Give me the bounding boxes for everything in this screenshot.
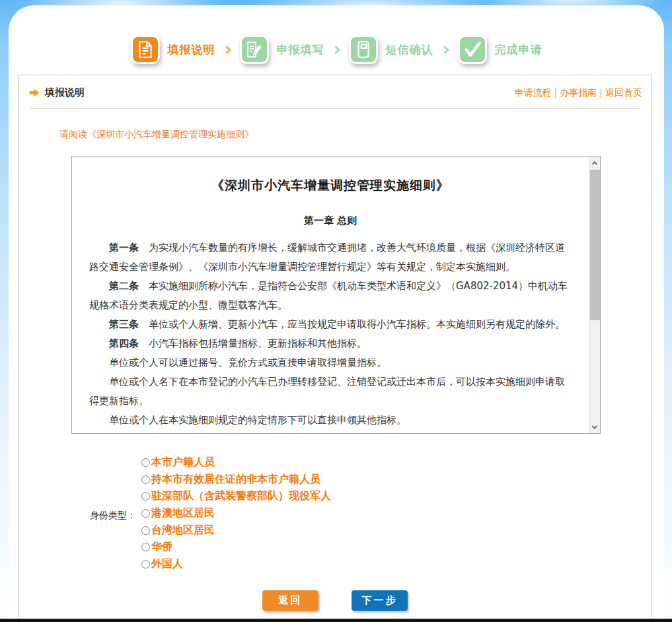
radio-icon[interactable]	[141, 509, 150, 518]
identity-option-4[interactable]: 港澳地区居民	[141, 505, 331, 522]
action-buttons: 返回 下一步	[19, 590, 652, 611]
identity-option-label: 港澳地区居民	[151, 506, 215, 520]
bottom-edge-strip	[0, 619, 672, 622]
document-paragraph: 第一条 为实现小汽车数量的有序增长，缓解城市交通拥堵，改善大气环境质量，根据《深…	[89, 238, 572, 277]
step-fill-instructions: 填报说明	[131, 35, 231, 64]
check-icon	[458, 35, 487, 64]
radio-icon[interactable]	[141, 543, 150, 551]
scroll-down-icon[interactable]	[589, 421, 600, 432]
identity-option-label: 驻深部队（含武装警察部队）现役军人	[151, 489, 331, 503]
document-paragraph: 单位或个人可以通过摇号、竞价方式或直接申请取得增量指标。	[89, 353, 572, 372]
identity-option-3[interactable]: 驻深部队（含武装警察部队）现役军人	[141, 488, 331, 505]
divider	[30, 108, 640, 109]
radio-icon[interactable]	[141, 560, 150, 569]
step-label: 填报说明	[168, 42, 215, 57]
radio-icon[interactable]	[141, 458, 150, 467]
regulation-link[interactable]: 请阅读《深圳市小汽车增量调控管理实施细则》	[59, 129, 254, 141]
step-sms-confirm: 短信确认	[349, 35, 449, 64]
chevron-right-icon	[441, 46, 449, 54]
identity-option-label: 外国人	[151, 557, 183, 571]
document-content: 《深圳市小汽车增量调控管理实施细则》 第一章 总则 第一条 为实现小汽车数量的有…	[72, 156, 589, 433]
document-paragraph: 单位或个人名下在本市登记的小汽车已办理转移登记、注销登记或迁出本市后，可以按本实…	[89, 372, 572, 411]
chevron-right-icon	[332, 46, 340, 54]
identity-type-group: 身份类型： 本市户籍人员持本市有效居住证的非本市户籍人员驻深部队（含武装警察部队…	[90, 454, 652, 572]
regulation-document-box: 《深圳市小汽车增量调控管理实施细则》 第一章 总则 第一条 为实现小汽车数量的有…	[71, 156, 601, 434]
identity-option-label: 华侨	[151, 540, 172, 554]
link-separator: |	[554, 87, 558, 98]
identity-option-label: 本市户籍人员	[151, 456, 215, 469]
document-paragraph: 第四条 小汽车指标包括增量指标、更新指标和其他指标。	[89, 334, 572, 353]
chevron-right-icon	[223, 46, 231, 54]
step-application-form: 申报填写	[240, 35, 340, 64]
step-label: 完成申请	[495, 42, 542, 57]
identity-option-label: 台湾地区居民	[151, 524, 215, 537]
identity-option-2[interactable]: 持本市有效居住证的非本市户籍人员	[141, 471, 331, 489]
link-separator: |	[599, 87, 603, 98]
header-link-3[interactable]: 返回首页	[605, 87, 642, 98]
main-container: 填报说明 申报填写 短信确认	[9, 5, 664, 622]
document-icon	[131, 35, 160, 64]
radio-icon[interactable]	[141, 492, 150, 501]
document-paragraph: 第三条 单位或个人新增、更新小汽车，应当按规定申请取得小汽车指标。本实施细则另有…	[89, 315, 572, 334]
header-link-2[interactable]: 办事指南	[560, 87, 597, 98]
identity-option-7[interactable]: 外国人	[141, 556, 331, 573]
scroll-up-icon[interactable]	[589, 157, 600, 168]
radio-icon[interactable]	[141, 526, 150, 535]
panel-header: 填报说明 申请流程|办事指南|返回首页	[19, 75, 652, 106]
document-paragraphs: 第一条 为实现小汽车数量的有序增长，缓解城市交通拥堵，改善大气环境质量，根据《深…	[89, 238, 572, 430]
document-paragraph: 第二条 本实施细则所称小汽车，是指符合公安部《机动车类型术语和定义》（GA802…	[89, 277, 572, 315]
radio-icon[interactable]	[141, 475, 150, 484]
identity-option-5[interactable]: 台湾地区居民	[141, 522, 331, 539]
document-paragraph: 单位或个人在本实施细则规定的特定情形下可以直接申领其他指标。	[89, 411, 572, 430]
edit-document-icon	[240, 35, 269, 64]
page-title: 填报说明	[45, 86, 85, 99]
step-label: 申报填写	[277, 42, 324, 57]
identity-options: 本市户籍人员持本市有效居住证的非本市户籍人员驻深部队（含武装警察部队）现役军人港…	[141, 454, 331, 572]
identity-type-label: 身份类型：	[90, 454, 141, 572]
document-title: 《深圳市小汽车增量调控管理实施细则》	[89, 177, 572, 194]
scrollbar-thumb[interactable]	[590, 170, 600, 320]
step-complete: 完成申请	[458, 35, 542, 64]
identity-option-1[interactable]: 本市户籍人员	[141, 454, 331, 471]
identity-option-label: 持本市有效居住证的非本市户籍人员	[151, 473, 320, 487]
arrow-icon	[29, 88, 40, 98]
scrollbar[interactable]	[589, 156, 600, 433]
content-panel: 填报说明 申请流程|办事指南|返回首页 请阅读《深圳市小汽车增量调控管理实施细则…	[18, 75, 652, 622]
back-button[interactable]: 返回	[262, 590, 318, 611]
header-link-1[interactable]: 申请流程	[515, 87, 552, 98]
step-progress-bar: 填报说明 申报填写 短信确认	[9, 5, 664, 71]
header-links: 申请流程|办事指南|返回首页	[515, 87, 642, 99]
document-chapter: 第一章 总则	[89, 215, 572, 227]
step-label: 短信确认	[386, 42, 433, 57]
sms-phone-icon	[349, 35, 378, 64]
identity-option-6[interactable]: 华侨	[141, 539, 331, 556]
next-step-button[interactable]: 下一步	[352, 590, 408, 611]
